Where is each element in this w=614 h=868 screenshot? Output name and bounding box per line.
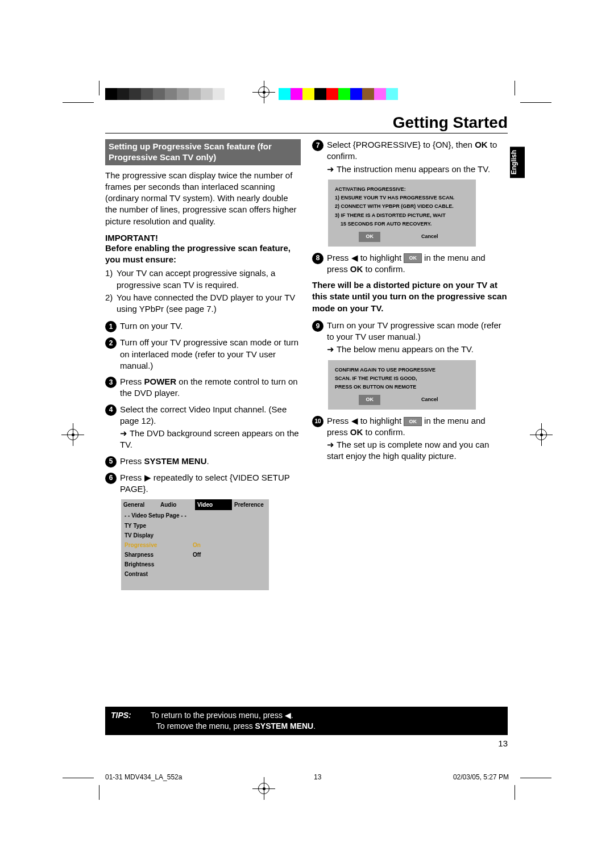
- crop-mark-br: [515, 777, 551, 800]
- page-number: 13: [498, 738, 508, 748]
- step-5: 5Press SYSTEM MENU.: [105, 456, 301, 468]
- list-number: 2): [105, 292, 117, 315]
- dialog-line: 2) CONNECT WITH YPBPR (GBR) VIDEO CABLE.: [335, 202, 469, 211]
- step-9-result: The below menu appears on the TV.: [312, 344, 508, 355]
- list-text: You have connected the DVD player to you…: [117, 292, 301, 315]
- step-7: 7Select {PROGRESSIVE} to {ON}, then OK t…: [312, 139, 508, 162]
- step-text: Select {PROGRESSIVE} to {ON}, then OK to…: [327, 139, 508, 162]
- dialog-ok-button: OK: [359, 395, 380, 404]
- step-text: Select the correct Video Input channel. …: [120, 404, 301, 427]
- footer-page: 13: [314, 773, 321, 781]
- footer-file: 01-31 MDV434_LA_552a: [105, 773, 182, 781]
- crop-mark-tr: [515, 81, 551, 103]
- footer-date: 02/03/05, 5:27 PM: [453, 773, 509, 781]
- language-tab: English: [510, 147, 525, 178]
- left-column: Setting up Progressive Scan feature (for…: [105, 139, 301, 592]
- step-text: Turn off your TV progressive scan mode o…: [120, 337, 301, 372]
- dialog-cancel-button: Cancel: [414, 395, 445, 404]
- important-label: IMPORTANT!: [105, 233, 301, 243]
- dialog-line: SCAN. IF THE PICTURE IS GOOD,: [335, 374, 469, 383]
- tips-line-2: To remove the menu, press SYSTEM MENU.: [156, 721, 316, 731]
- step-text: Turn on your TV.: [120, 320, 301, 332]
- dialog-cancel-button: Cancel: [414, 232, 445, 241]
- step-6: 6Press ▶ repeatedly to select {VIDEO SET…: [105, 472, 301, 495]
- color-swatches: [279, 88, 422, 100]
- dialog-ok-button: OK: [359, 232, 380, 241]
- ensure-list: 1)Your TV can accept progressive signals…: [105, 268, 301, 315]
- osd-activating-dialog: ACTIVATING PROGRESSIVE: 1) ENSURE YOUR T…: [328, 180, 476, 247]
- registration-bottom: [0, 771, 614, 868]
- step-text: Press ◀ to highlight OK in the menu and …: [327, 252, 508, 276]
- tips-label: TIPS:: [111, 710, 151, 721]
- step-text: Press POWER on the remote control to tur…: [120, 376, 301, 399]
- step-10-result: The set up is complete now and you can s…: [312, 439, 508, 462]
- step-2: 2Turn off your TV progressive scan mode …: [105, 337, 301, 372]
- dialog-line: CONFIRM AGAIN TO USE PROGRESSIVE: [335, 366, 469, 374]
- crop-mark-bl: [63, 777, 99, 800]
- step-text: Press ▶ repeatedly to select {VIDEO SETU…: [120, 472, 301, 495]
- dialog-line: PRESS OK BUTTON ON REMOTE: [335, 383, 469, 391]
- dialog-line: 1) ENSURE YOUR TV HAS PROGRESSIVE SCAN.: [335, 194, 469, 202]
- step-1: 1Turn on your TV.: [105, 320, 301, 332]
- step-text: Turn on your TV progressive scan mode (r…: [327, 320, 508, 343]
- step-10: 10Press ◀ to highlight OK in the menu an…: [312, 415, 508, 439]
- step-text: Press SYSTEM MENU.: [120, 456, 301, 468]
- grayscale-swatches: [105, 88, 237, 100]
- osd-tab-preference: Preference: [232, 499, 269, 510]
- step-text: Press ◀ to highlight OK in the menu and …: [327, 415, 508, 439]
- osd-confirm-dialog: CONFIRM AGAIN TO USE PROGRESSIVE SCAN. I…: [328, 360, 476, 410]
- tips-line-1: To return to the previous menu, press ◀.: [151, 711, 293, 720]
- ok-badge-icon: OK: [404, 253, 422, 262]
- osd-tab-video: Video: [195, 499, 232, 510]
- osd-tab-audio: Audio: [158, 499, 195, 510]
- section-header: Setting up Progressive Scan feature (for…: [105, 139, 301, 165]
- important-text: Before enabling the progressive scan fea…: [105, 243, 301, 266]
- registration-mark-left: [61, 423, 84, 446]
- step-4-result: The DVD background screen appears on the…: [105, 428, 301, 451]
- tips-bar: TIPS:To return to the previous menu, pre…: [105, 707, 508, 735]
- registration-mark-right: [530, 423, 553, 446]
- step-8: 8Press ◀ to highlight OK in the menu and…: [312, 252, 508, 276]
- registration-top: [0, 0, 614, 111]
- right-column: 7Select {PROGRESSIVE} to {ON}, then OK t…: [312, 139, 508, 592]
- dialog-line: ACTIVATING PROGRESSIVE:: [335, 185, 469, 194]
- distortion-warning: There will be a distorted picture on you…: [312, 279, 508, 314]
- intro-text: The progressive scan display twice the n…: [105, 170, 301, 227]
- osd-video-setup-menu: General Audio Video Preference - - Video…: [121, 499, 269, 590]
- crop-mark-tl: [63, 81, 99, 103]
- osd-rows: TY TypeTV DisplayProgressiveOnSharpnessO…: [121, 521, 269, 590]
- page-content: Getting Started English Setting up Progr…: [105, 114, 508, 592]
- list-text: Your TV can accept progressive signals, …: [117, 268, 301, 291]
- list-number: 1): [105, 268, 117, 291]
- step-7-result: The instruction menu appears on the TV.: [312, 164, 508, 175]
- osd-subtitle: - - Video Setup Page - -: [121, 510, 269, 521]
- dialog-line: 3) IF THERE IS A DISTORTED PICTURE, WAIT: [335, 211, 469, 220]
- page-title: Getting Started: [105, 114, 508, 133]
- osd-tab-general: General: [121, 499, 158, 510]
- ok-badge-icon: OK: [404, 417, 422, 426]
- step-3: 3Press POWER on the remote control to tu…: [105, 376, 301, 399]
- step-9: 9Turn on your TV progressive scan mode (…: [312, 320, 508, 343]
- step-4: 4Select the correct Video Input channel.…: [105, 404, 301, 427]
- footer-meta: 01-31 MDV434_LA_552a 13 02/03/05, 5:27 P…: [105, 773, 509, 781]
- registration-mark-top: [252, 81, 275, 103]
- dialog-line: 15 SECONDS FOR AUTO RECOVERY.: [335, 220, 469, 228]
